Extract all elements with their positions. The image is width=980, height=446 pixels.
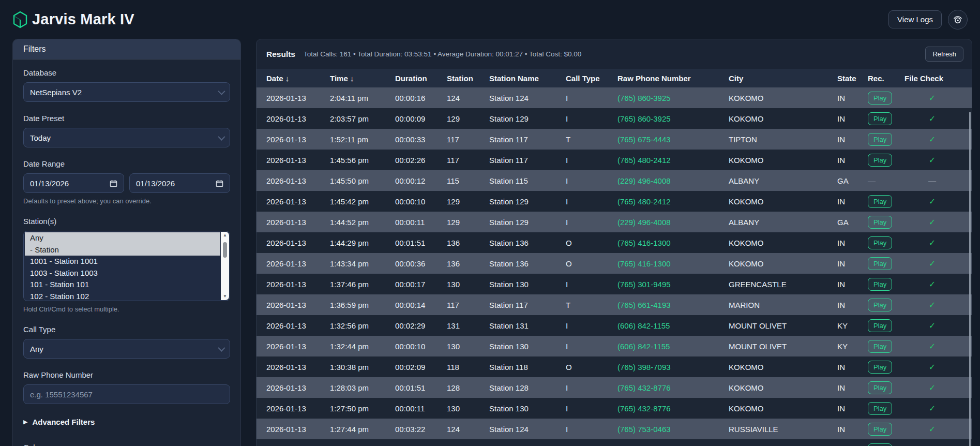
station-option[interactable]: 102 - Station 102 <box>25 291 220 300</box>
play-button[interactable]: Play <box>868 216 892 229</box>
column-header[interactable]: Station <box>437 69 479 87</box>
cell-duration: 00:00:09 <box>385 108 437 129</box>
appearance-toggle-button[interactable] <box>948 10 968 29</box>
cell-station: 130 <box>437 336 479 356</box>
stations-listbox[interactable]: Any- Station1001 - Station 10011003 - St… <box>23 231 230 301</box>
cell-city: KOKOMO <box>719 232 827 253</box>
view-logs-button[interactable]: View Logs <box>888 10 942 28</box>
station-option[interactable]: 1001 - Station 1001 <box>25 256 220 267</box>
check-icon: ✓ <box>929 425 936 434</box>
column-header[interactable]: Station Name <box>479 69 556 87</box>
date-start-input[interactable]: 01/13/2026 <box>23 173 124 193</box>
phone-number: (765) 860-3925 <box>617 114 671 123</box>
cell-raw-phone: (765) 432-8776 <box>608 377 719 398</box>
column-header[interactable]: Duration <box>385 69 437 87</box>
cell-call-type: T <box>556 129 608 150</box>
cell-file-check: ✓ <box>895 274 972 294</box>
table-row: 2026-01-131:30:38 pm00:02:09118Station 1… <box>257 356 972 377</box>
play-button[interactable]: Play <box>868 278 892 291</box>
cell-city: RUSSIAVILLE <box>719 419 827 439</box>
cell-station: 124 <box>437 87 479 108</box>
cell-rec: Play <box>858 108 895 129</box>
cell-rec: — <box>858 170 895 191</box>
cell-call-type: O <box>556 232 608 253</box>
station-option[interactable]: - Station <box>25 244 220 256</box>
raw-phone-input[interactable] <box>24 385 230 404</box>
date-end-input[interactable]: 01/13/2026 <box>129 173 230 193</box>
table-row: 2026-01-131:32:56 pm00:02:29131Station 1… <box>257 315 972 336</box>
cell-duration: 00:00:10 <box>385 191 437 212</box>
check-icon: ✓ <box>929 301 936 309</box>
station-option[interactable]: Any <box>25 232 220 244</box>
cell-raw-phone: (765) 398-7093 <box>608 356 719 377</box>
phone-number: (229) 496-4008 <box>617 218 671 227</box>
table-row: 2026-01-131:32:44 pm00:00:10130Station 1… <box>257 336 972 356</box>
calendar-icon[interactable] <box>110 180 117 187</box>
column-header[interactable]: Rec. <box>858 69 895 87</box>
cell-date: 2026-01-13 <box>257 398 320 419</box>
cell-file-check: ✓ <box>895 419 972 439</box>
cell-file-check: ✓ <box>895 212 972 232</box>
cell-file-check: ✓ <box>895 191 972 212</box>
column-header[interactable]: Raw Phone Number <box>608 69 719 87</box>
play-button[interactable]: Play <box>868 133 892 146</box>
play-button[interactable]: Play <box>868 299 892 311</box>
raw-phone-label: Raw Phone Number <box>23 370 230 380</box>
app-title: Jarvis Mark IV <box>32 11 134 28</box>
table-scrollbar[interactable] <box>969 112 971 446</box>
cell-station: 136 <box>437 232 479 253</box>
date-preset-select[interactable]: Today <box>23 128 230 147</box>
listbox-scrollbar-thumb[interactable] <box>223 242 227 258</box>
scroll-down-icon[interactable]: ▼ <box>221 293 229 300</box>
cell-station-name: Station 124 <box>479 87 556 108</box>
play-button[interactable]: Play <box>868 92 892 105</box>
call-type-select[interactable]: Any <box>23 339 230 359</box>
check-icon: ✓ <box>929 259 936 268</box>
play-button[interactable]: Play <box>868 340 892 353</box>
check-icon: ✓ <box>929 280 936 289</box>
station-option[interactable]: 1003 - Station 1003 <box>25 267 220 279</box>
scroll-up-icon[interactable]: ▲ <box>221 232 229 239</box>
column-header[interactable]: City <box>719 69 827 87</box>
play-button[interactable]: Play <box>868 257 892 270</box>
cell-city: MOUNT OLIVET <box>719 336 827 356</box>
play-button[interactable]: Play <box>868 402 892 415</box>
cell-duration: 00:01:51 <box>385 377 437 398</box>
advanced-filters-toggle[interactable]: ▶ Advanced Filters <box>23 418 230 426</box>
phone-number: (765) 661-4193 <box>617 301 671 309</box>
station-option[interactable]: 101 - Station 101 <box>25 279 220 291</box>
play-button[interactable]: Play <box>868 443 892 446</box>
cell-rec: Play <box>858 439 895 446</box>
cell-file-check: ✓ <box>895 356 972 377</box>
table-row: 2026-01-131:45:56 pm00:02:26117Station 1… <box>257 150 972 170</box>
database-select[interactable]: NetSepians V2 <box>23 82 230 102</box>
refresh-button[interactable]: Refresh <box>925 47 963 62</box>
cell-station-name: Station 131 <box>479 315 556 336</box>
database-value: NetSepians V2 <box>30 88 82 97</box>
play-button[interactable]: Play <box>868 423 892 436</box>
cell-station-name: Station 136 <box>479 232 556 253</box>
play-button[interactable]: Play <box>868 154 892 167</box>
cell-time: 1:32:56 pm <box>320 315 385 336</box>
cell-call-type: I <box>556 419 608 439</box>
column-header[interactable]: Date ↓ <box>257 69 320 87</box>
column-header[interactable]: Call Type <box>556 69 608 87</box>
cell-state: IN <box>827 439 858 446</box>
play-button[interactable]: Play <box>868 236 892 249</box>
cell-file-check: ✓ <box>895 377 972 398</box>
play-button[interactable]: Play <box>868 195 892 208</box>
play-button[interactable]: Play <box>868 381 892 394</box>
calendar-icon[interactable] <box>216 180 223 187</box>
check-icon: ✓ <box>929 218 936 227</box>
column-header[interactable]: Time ↓ <box>320 69 385 87</box>
cell-station: 115 <box>437 170 479 191</box>
cell-station: 117 <box>437 150 479 170</box>
check-icon: ✓ <box>929 321 936 330</box>
column-header[interactable]: File Check <box>895 69 972 87</box>
cell-date: 2026-01-13 <box>257 212 320 232</box>
column-header[interactable]: State <box>827 69 858 87</box>
listbox-scrollbar[interactable]: ▲ ▼ <box>221 232 229 300</box>
play-button[interactable]: Play <box>868 361 892 374</box>
play-button[interactable]: Play <box>868 319 892 332</box>
play-button[interactable]: Play <box>868 112 892 125</box>
